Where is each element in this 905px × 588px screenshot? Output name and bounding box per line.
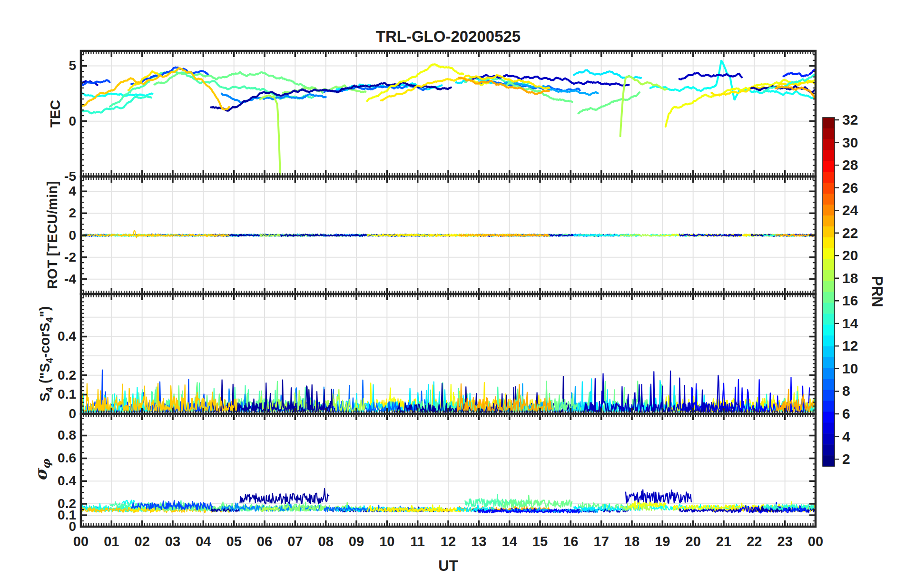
x-tick-label: 07 [287,534,303,549]
y-tick-label-sigma: 0.8 [0,428,76,443]
colorbar-tick-label: 16 [842,293,858,309]
colorbar-segment [823,118,835,129]
colorbar-segment [823,346,835,358]
x-tick-label: 09 [349,534,364,549]
x-tick-label: 03 [165,534,180,549]
x-tick-label: 23 [777,534,793,549]
colorbar-segment [823,324,835,336]
colorbar-tick-label: 8 [842,383,850,399]
colorbar-segment [823,357,835,369]
colorbar-segment [823,444,835,456]
x-tick-label: 18 [624,534,639,549]
x-tick-label: 17 [594,534,609,549]
colorbar-segment [823,205,835,216]
colorbar-segment [823,150,835,162]
colorbar-tick-label: 12 [842,338,858,354]
colorbar-segment [823,368,835,380]
y-tick-label-s4: 0.2 [0,368,76,383]
colorbar-segment [823,401,835,412]
y-tick-label-s4: 0.4 [0,329,76,344]
colorbar-tick-label: 2 [842,451,850,467]
x-tick-label: 04 [196,534,211,549]
colorbar-tick-label: 32 [842,112,858,128]
y-tick-label-tec: -5 [0,169,76,184]
x-tick-label: 10 [379,534,394,549]
x-tick-label: 16 [563,534,578,549]
x-tick-label: 20 [686,534,701,549]
colorbar-tick-label: 20 [842,247,858,264]
x-tick-label: 13 [471,534,486,549]
colorbar-segment [823,412,835,423]
plot-canvas [0,0,905,588]
colorbar-segment [823,422,835,434]
colorbar-tick-label: 28 [842,157,858,173]
colorbar-segment [823,226,835,238]
y-tick-label-rot: -4 [0,272,76,287]
colorbar-segment [823,172,835,184]
x-tick-label: 15 [532,534,548,549]
x-tick-label: 19 [655,534,670,549]
colorbar-segment [823,139,835,151]
x-tick-label: 01 [104,534,119,549]
colorbar-tick-label: 24 [842,202,858,218]
colorbar-tick-label: 4 [842,429,850,445]
colorbar-tick-label: 30 [842,135,858,151]
x-tick-label: 22 [747,534,762,549]
colorbar-segment [823,335,835,347]
x-tick-label: 08 [318,534,334,549]
y-tick-label-s4: 0.1 [0,387,76,402]
colorbar-segment [823,237,835,249]
y-tick-label-sigma: 0.4 [0,473,76,489]
y-tick-label-rot: 0 [0,228,76,243]
figure: TRL-GLO-20200525 UT TECROT [TECU/min]S4 … [0,0,905,588]
y-tick-label-tec: 5 [0,58,76,73]
colorbar-segment [823,194,835,205]
colorbar-tick-label: 10 [842,361,858,377]
colorbar-segment [823,433,835,445]
colorbar-segment [823,161,835,173]
y-tick-label-rot: 2 [0,206,76,221]
colorbar-title: PRN [868,276,885,307]
colorbar-segment [823,303,835,314]
y-tick-label-s4: 0 [0,406,76,421]
chart-title: TRL-GLO-20200525 [376,28,521,46]
x-tick-label: 11 [410,534,425,549]
colorbar-segment [823,128,835,140]
colorbar-segment [823,216,835,227]
y-tick-label-rot: 4 [0,184,76,199]
y-tick-label-rot: -2 [0,250,76,265]
colorbar-segment [823,379,835,391]
y-tick-label-sigma: 0 [0,519,76,534]
x-axis-label: UT [438,558,458,575]
colorbar-segment [823,281,835,293]
x-tick-label: 06 [257,534,272,549]
colorbar-segment [823,455,835,467]
colorbar-tick-label: 22 [842,225,858,241]
x-tick-label: 12 [441,534,456,549]
y-tick-label-sigma: 0.6 [0,451,76,466]
colorbar-segment [823,259,835,271]
colorbar-segment [823,270,835,282]
colorbar-segment [823,314,835,325]
colorbar-tick-label: 26 [842,180,858,196]
colorbar-segment [823,390,835,402]
x-tick-label: 02 [135,534,150,549]
colorbar-segment [823,183,835,194]
colorbar-tick-label: 14 [842,315,858,332]
y-tick-label-tec: 0 [0,114,76,129]
colorbar-segment [823,292,835,304]
x-tick-label: 00 [73,534,89,549]
colorbar-segment [823,248,835,260]
colorbar-tick-label: 18 [842,270,858,286]
x-tick-label: 14 [502,534,517,549]
x-tick-label: 00 [808,534,823,549]
x-tick-label: 05 [226,534,242,549]
x-tick-label: 21 [716,534,731,549]
colorbar-tick-label: 6 [842,406,850,422]
